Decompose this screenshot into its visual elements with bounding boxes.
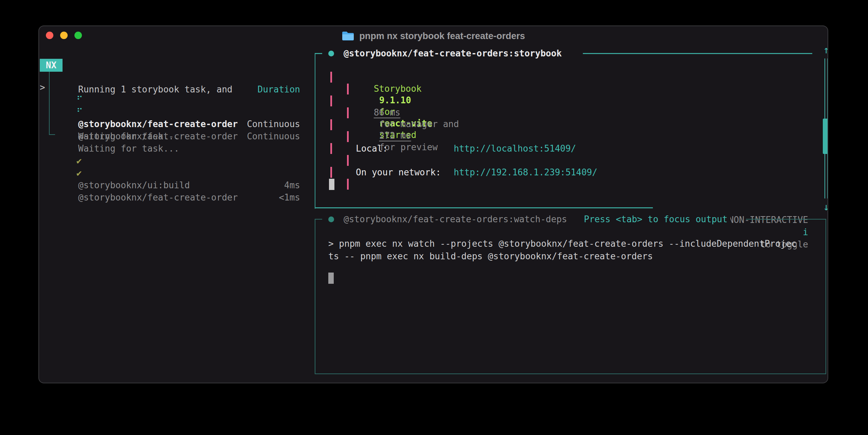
started-word: Storybook	[374, 84, 422, 94]
watch-pane-top-stub	[315, 219, 322, 220]
terminal-cursor	[329, 179, 334, 190]
task-duration: <1ms	[279, 191, 300, 204]
window-title: pnpm nx storybook feat-create-orders	[359, 31, 525, 41]
watch-pane-header-line	[746, 219, 826, 220]
local-url-link[interactable]: http://localhost:51409/	[454, 143, 576, 154]
gutter-bar	[330, 143, 332, 154]
task-duration: 4ms	[284, 179, 300, 191]
storybook-pane-title: @storybooknx/feat-create-orders:storyboo…	[344, 48, 562, 59]
scroll-down-arrow[interactable]: ↓	[819, 201, 828, 213]
check-icon: ✔	[76, 168, 82, 178]
watch-command-line: ts -- pnpm exec nx build-deps @storybook…	[328, 250, 653, 262]
gutter-bar	[330, 167, 332, 178]
task-tree-guide-line	[49, 72, 50, 135]
folder-icon	[342, 31, 354, 41]
completed-task-row[interactable]: ✔ @storybooknx/ui:build 4ms	[55, 142, 300, 155]
storybook-pane-header-line	[583, 53, 812, 54]
desktop: { "title_bar": { "title": "pnpm nx story…	[0, 0, 868, 435]
task-name: Waiting for task...	[78, 130, 179, 142]
completed-task-row[interactable]: ✔ @storybooknx/feat-create-order <1ms	[55, 155, 300, 167]
nx-logo-badge: NX	[40, 59, 63, 72]
minimize-window-button[interactable]	[60, 32, 68, 39]
gutter-bar	[347, 84, 349, 94]
task-tree-guide-corner	[49, 134, 55, 135]
gutter-bar	[347, 107, 349, 118]
terminal-window: pnpm nx storybook feat-create-orders NX …	[38, 25, 828, 383]
storybook-started-line: Storybook 9.1.10 for react-vite started	[352, 71, 432, 83]
task-name: @storybooknx/feat-create-order	[78, 118, 238, 130]
network-url-label: On your network:	[356, 167, 441, 178]
network-url-link[interactable]: http://192.168.1.239:51409/	[454, 167, 597, 178]
zoom-window-button[interactable]	[74, 32, 82, 39]
idle-status-circle-icon	[328, 216, 334, 222]
interactive-mode-hint: NON-INTERACTIVE i to toggle	[661, 202, 811, 214]
running-status-circle-icon	[328, 51, 334, 56]
footer-shortcuts: quit: q help: ?	[175, 369, 300, 381]
task-status: Continuous	[247, 118, 300, 130]
storybook-pane-left-border	[315, 53, 315, 209]
storybook-pane-top-stub	[315, 53, 322, 54]
gutter-bar	[347, 131, 349, 142]
gutter-bar	[347, 179, 349, 190]
watch-command-line: > pnpm exec nx watch --projects @storybo…	[328, 238, 797, 249]
watch-pane-title: @storybooknx/feat-create-orders:watch-de…	[344, 213, 570, 225]
task-list-header: Running 1 storybook task, and Duration	[78, 59, 300, 71]
task-row[interactable]: · Waiting for task...	[56, 118, 83, 130]
task-status: Continuous	[247, 130, 300, 142]
manager-time: 86 ms	[374, 107, 400, 118]
task-row[interactable]: ⠋ @storybooknx/feat-create-order Continu…	[55, 81, 300, 93]
scroll-up-arrow[interactable]: ↑	[819, 44, 828, 56]
local-url-label: Local:	[356, 143, 388, 154]
storybook-pane-bottom-border	[315, 207, 653, 208]
gutter-bar	[330, 119, 332, 130]
gutter-bar	[330, 72, 332, 83]
preview-time: 272 ms	[379, 130, 411, 141]
title-bar: pnpm nx storybook feat-create-orders	[39, 26, 828, 46]
waiting-dot-icon: ·	[77, 131, 83, 141]
selection-caret: >	[40, 81, 45, 93]
task-name: @storybooknx/feat-create-order	[78, 191, 238, 204]
task-name: @storybooknx/ui:build	[78, 179, 190, 191]
task-row[interactable]: · Waiting for task...	[56, 106, 83, 118]
task-row[interactable]: ⠋ @storybooknx/feat-create-order Continu…	[55, 93, 300, 106]
focus-output-hint: Press <tab> to focus output	[581, 213, 730, 225]
quit-label: quit:	[274, 382, 300, 383]
terminal-cursor	[328, 273, 334, 284]
close-window-button[interactable]	[46, 32, 53, 39]
scrollbar-thumb[interactable]	[823, 119, 828, 154]
build-timing-line: 86 ms for manager and 272 ms for preview	[352, 95, 459, 107]
gutter-bar	[347, 155, 349, 166]
gutter-bar	[330, 95, 332, 106]
